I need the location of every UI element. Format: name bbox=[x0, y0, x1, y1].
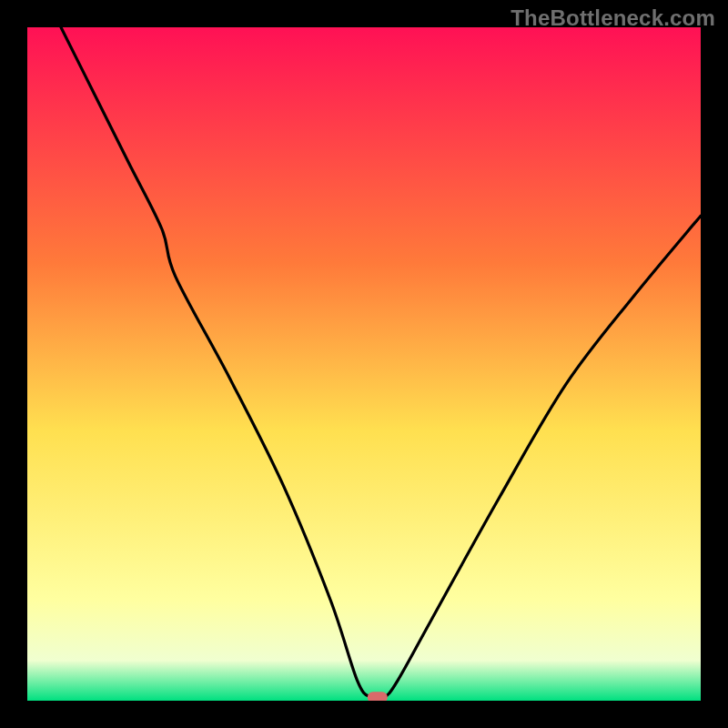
optimum-marker bbox=[368, 692, 388, 703]
bottleneck-chart bbox=[0, 0, 728, 728]
chart-frame: { "watermark": "TheBottleneck.com", "col… bbox=[0, 0, 728, 728]
watermark-text: TheBottleneck.com bbox=[511, 5, 715, 31]
gradient-background bbox=[27, 27, 701, 701]
